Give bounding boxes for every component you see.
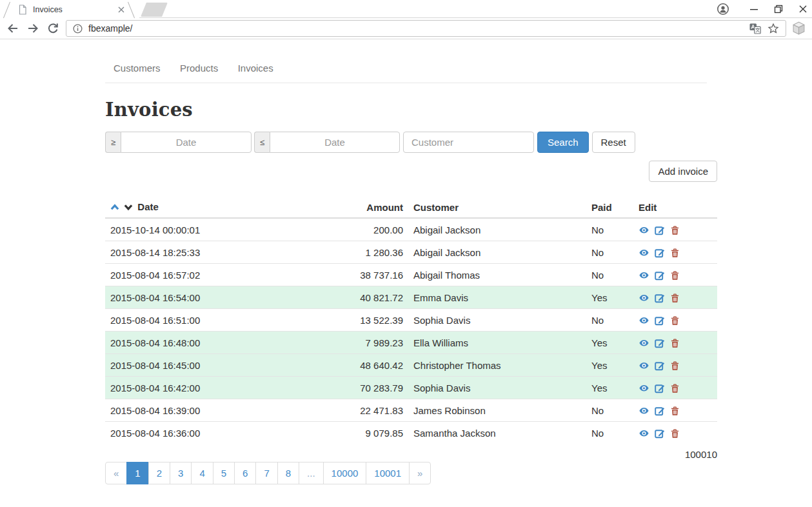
bookmark-star-icon[interactable] (767, 23, 779, 34)
eye-icon (639, 270, 649, 281)
reset-button[interactable]: Reset (592, 132, 635, 153)
nav-item-customers[interactable]: Customers (114, 63, 161, 74)
invoice-customer-cell: Christopher Thomas (408, 354, 586, 377)
gte-operator-label: ≥ (105, 132, 121, 153)
column-header-amount: Amount (315, 197, 408, 218)
view-invoice-button[interactable] (639, 338, 649, 348)
pagination-prev[interactable]: « (105, 462, 127, 484)
date-to-group: ≤ (254, 132, 400, 153)
invoice-actions-cell (633, 218, 717, 241)
invoice-paid-cell: Yes (586, 286, 633, 309)
extension-cube-icon[interactable] (792, 21, 806, 35)
pagination-page-1[interactable]: 1 (127, 462, 148, 484)
table-row: 2015-08-04 16:36:00 9 079.85 Samantha Ja… (105, 422, 717, 444)
delete-invoice-button[interactable] (670, 225, 680, 235)
translate-icon[interactable] (749, 23, 761, 34)
info-icon[interactable] (72, 23, 83, 34)
view-invoice-button[interactable] (639, 225, 649, 235)
eye-icon (639, 338, 649, 348)
delete-invoice-button[interactable] (670, 406, 680, 416)
pagination-page-7[interactable]: 7 (256, 462, 277, 484)
pencil-square-icon (655, 338, 665, 348)
search-button[interactable]: Search (537, 132, 589, 153)
url-text[interactable]: fbexample/ (88, 23, 749, 34)
pagination-page-10000[interactable]: 10000 (324, 462, 367, 484)
view-invoice-button[interactable] (639, 428, 649, 439)
sort-asc-icon[interactable] (110, 202, 119, 213)
edit-invoice-button[interactable] (655, 383, 665, 393)
close-window-icon[interactable] (795, 2, 811, 16)
browser-tab[interactable]: Invoices (10, 1, 128, 18)
date-from-input[interactable] (121, 132, 252, 153)
minimize-icon[interactable] (746, 2, 762, 16)
edit-invoice-button[interactable] (655, 225, 665, 235)
view-invoice-button[interactable] (639, 270, 649, 281)
edit-invoice-button[interactable] (655, 428, 665, 439)
edit-invoice-button[interactable] (655, 248, 665, 258)
view-invoice-button[interactable] (639, 361, 649, 371)
delete-invoice-button[interactable] (670, 293, 680, 303)
pagination-page-2[interactable]: 2 (149, 462, 170, 484)
add-invoice-button[interactable]: Add invoice (649, 161, 717, 182)
delete-invoice-button[interactable] (670, 338, 680, 348)
edit-invoice-button[interactable] (655, 361, 665, 371)
invoice-customer-cell: Samantha Jackson (408, 422, 586, 444)
trash-icon (670, 315, 680, 326)
pagination-page-4[interactable]: 4 (192, 462, 213, 484)
table-header-row: Date Amount Customer Paid Edit (105, 197, 717, 218)
delete-invoice-button[interactable] (670, 315, 680, 326)
invoice-amount-cell: 48 640.42 (315, 354, 408, 377)
invoice-amount-cell: 13 522.39 (315, 309, 408, 332)
trash-icon (670, 293, 680, 303)
delete-invoice-button[interactable] (670, 270, 680, 281)
sort-desc-icon[interactable] (124, 202, 133, 213)
reload-icon[interactable] (45, 20, 61, 37)
new-tab-button[interactable] (141, 3, 168, 17)
pagination-page-5[interactable]: 5 (213, 462, 235, 484)
edit-invoice-button[interactable] (655, 406, 665, 416)
pagination-page-3[interactable]: 3 (170, 462, 192, 484)
delete-invoice-button[interactable] (670, 428, 680, 439)
trash-icon (670, 338, 680, 348)
edit-invoice-button[interactable] (655, 293, 665, 303)
pagination-next[interactable]: » (410, 462, 431, 484)
forward-icon[interactable] (25, 20, 41, 37)
edit-invoice-button[interactable] (655, 315, 665, 326)
eye-icon (639, 315, 649, 326)
view-invoice-button[interactable] (639, 293, 649, 303)
profile-icon[interactable] (715, 2, 731, 16)
invoice-customer-cell: Abigail Thomas (408, 264, 586, 286)
page-icon (18, 5, 27, 15)
restore-window-icon[interactable] (771, 2, 786, 16)
pagination-page-10001[interactable]: 10001 (366, 462, 410, 484)
edit-invoice-button[interactable] (655, 270, 665, 281)
back-icon[interactable] (5, 20, 21, 37)
pencil-square-icon (655, 428, 665, 439)
nav-item-products[interactable]: Products (180, 63, 218, 74)
delete-invoice-button[interactable] (670, 361, 680, 371)
eye-icon (639, 406, 649, 416)
invoice-actions-cell (633, 377, 717, 399)
pagination-page-8[interactable]: 8 (278, 462, 299, 484)
view-invoice-button[interactable] (639, 383, 649, 393)
nav-item-invoices[interactable]: Invoices (238, 63, 273, 74)
delete-invoice-button[interactable] (670, 248, 680, 258)
pencil-square-icon (655, 361, 665, 371)
invoice-paid-cell: No (586, 422, 633, 444)
date-to-input[interactable] (270, 132, 400, 153)
view-invoice-button[interactable] (639, 248, 649, 258)
filter-bar: ≥ ≤ Search Reset (105, 132, 812, 153)
url-bar[interactable]: fbexample/ (66, 20, 786, 37)
pagination-page-6[interactable]: 6 (235, 462, 256, 484)
pencil-square-icon (655, 225, 665, 235)
view-invoice-button[interactable] (639, 315, 649, 326)
view-invoice-button[interactable] (639, 406, 649, 416)
pencil-square-icon (655, 270, 665, 281)
delete-invoice-button[interactable] (670, 383, 680, 393)
trash-icon (670, 270, 680, 281)
date-from-group: ≥ (105, 132, 252, 153)
edit-invoice-button[interactable] (655, 338, 665, 348)
trash-icon (670, 383, 680, 393)
tab-close-icon[interactable] (116, 5, 126, 15)
customer-filter-input[interactable] (403, 132, 534, 153)
